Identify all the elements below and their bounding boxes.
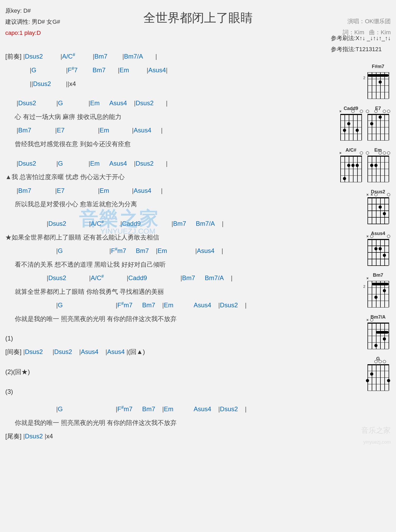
strum-label: 参考刷法:X↑↓ _↓↑↓↑_↑↓ <box>331 33 391 44</box>
repeat-1: (1) <box>5 332 312 344</box>
verse2: |Dsus2 |G |Em Asus4 |Dsus2 | ▲我 总害怕过度亲暱 … <box>5 157 312 210</box>
diagram-asus4: Asus4 × <box>367 229 389 265</box>
content: [前奏] |Dsus2 |A/C# |Bm7 |Bm7/A | |G |F#7 … <box>5 50 391 444</box>
diagram-acsharp: A/C# × <box>340 146 362 182</box>
repeat-2: (2)(回★) <box>5 366 312 378</box>
repeat-3: (3) <box>5 386 312 398</box>
diagram-em: Em <box>367 146 389 182</box>
outro-label: [尾奏] <box>5 433 21 440</box>
chorus: |Dsus2 |A/C# |Cadd9 |Bm7 Bm7/A | ★如果全世界都… <box>5 218 312 325</box>
lyric-v2l2: 所以我总是对爱很小心 愈靠近就愈沦为分离 <box>5 198 312 210</box>
lyrics-chords: [前奏] |Dsus2 |A/C# |Bm7 |Bm7/A | |G |F#7 … <box>5 50 317 444</box>
chord-diagrams: F#m7 2 Cadd9 × <box>317 50 391 444</box>
verse1: |Dsus2 |G |Em Asus4 |Dsus2 | 心 有过一场大病 麻痹… <box>5 97 312 150</box>
lyric-c5: 你就是我的唯一 照亮黑夜的光明 有你的陪伴这次我不放弃 <box>5 417 312 429</box>
finger-label: 参考指法:T1213121 <box>331 44 391 55</box>
lyric-v2l1: ▲我 总害怕过度亲暱 忧虑 伤心远大于开心 <box>5 171 312 183</box>
lyric-v1l1: 心 有过一场大病 麻痹 接收讯息的能力 <box>5 111 312 123</box>
key-info: 原key: D# 建议调性: 男D# 女G# capo:1 play:D <box>5 5 60 38</box>
diagram-e7: E7 <box>367 104 389 140</box>
capo-info: capo:1 play:D <box>5 27 60 39</box>
lyric-c2: 看不清的关系 想不透的道理 黑暗让我 好好对自己倾听 <box>5 258 312 271</box>
footer-logo: 音乐之家 yinyuezj.com <box>361 423 391 446</box>
header: 原key: D# 建议调性: 男D# 女G# capo:1 play:D 全世界… <box>5 5 391 29</box>
interlude-label: [间奏] <box>5 348 21 355</box>
diagram-g: G <box>367 354 389 391</box>
diagram-bm7a: Bm7/A × <box>367 313 389 349</box>
original-key: 原key: D# <box>5 5 60 16</box>
intro-label: [前奏] <box>5 53 21 60</box>
intro-block: [前奏] |Dsus2 |A/C# |Bm7 |Bm7/A | |G |F#7 … <box>5 50 312 90</box>
lyric-v1l2: 曾经我也对感觉很在意 到如今还没有痊愈 <box>5 138 312 150</box>
diagram-bm7: Bm7 2 × <box>367 271 389 307</box>
suggested-key: 建议调性: 男D# 女G# <box>5 16 60 27</box>
diagram-fsharpm7: F#m7 2 <box>367 62 389 98</box>
strum-pattern: 参考刷法:X↑↓ _↓↑↓↑_↑↓ 参考指法:T1213121 <box>331 33 391 55</box>
lyric-c1: ★如果全世界都闭上了眼睛 还有甚么能让人勇敢去相信 <box>5 231 312 243</box>
diagram-dsus2: Dsus2 × × <box>367 187 389 224</box>
diagram-cadd9: Cadd9 × <box>340 104 362 140</box>
artist: 演唱：OK绷乐团 <box>343 16 391 27</box>
song-title: 全世界都闭上了眼睛 <box>5 5 391 29</box>
lyric-c3: 就算全世界都闭上了眼睛 你给我勇气 寻找相遇的美丽 <box>5 286 312 298</box>
lyric-c4: 你就是我的唯一 照亮黑夜的光明 有你的陪伴这次我不放弃 <box>5 313 312 325</box>
